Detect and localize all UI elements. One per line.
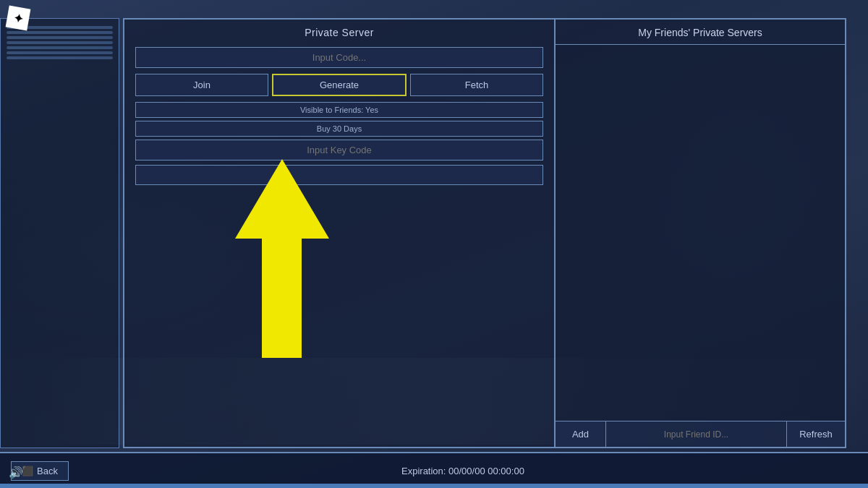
generate-button[interactable]: Generate [272, 74, 407, 96]
expiration-text: Expiration: 00/00/00 00:00:00 [69, 466, 857, 476]
friends-list-area [556, 45, 845, 421]
friends-bottom-bar: Add Refresh [556, 421, 845, 447]
input-code-field[interactable] [135, 47, 543, 68]
action-buttons-row: Join Generate Fetch [135, 74, 543, 96]
bottom-bar: ⬛ Back Expiration: 00/00/00 00:00:00 [0, 452, 868, 488]
fetch-button[interactable]: Fetch [410, 74, 543, 96]
arrow-annotation [224, 159, 340, 376]
buy-30-days-bar[interactable]: Buy 30 Days [135, 121, 543, 137]
visible-to-friends-bar: Visible to Friends: Yes [135, 102, 543, 118]
arrow-body [262, 231, 302, 358]
arrow-shape [235, 159, 329, 361]
left-side-decorations [1, 19, 119, 448]
input-key-code-field[interactable] [135, 140, 543, 160]
private-server-panel: Private Server Join Generate Fetch Visib… [124, 20, 556, 447]
friends-servers-title: My Friends' Private Servers [556, 20, 845, 45]
add-button[interactable]: Add [556, 421, 606, 447]
join-button[interactable]: Join [135, 74, 268, 96]
bottom-line [0, 484, 868, 488]
friends-servers-panel: My Friends' Private Servers Add Refresh [556, 20, 845, 447]
left-side-panel [0, 18, 119, 448]
friend-id-input[interactable] [606, 421, 787, 447]
roblox-icon: ✦ [6, 6, 31, 31]
back-icon: ⬛ [22, 466, 33, 476]
arrow-head [235, 159, 329, 239]
refresh-button[interactable]: Refresh [787, 421, 845, 447]
private-server-title: Private Server [135, 27, 543, 38]
sound-icon[interactable]: 🔊 [9, 466, 23, 479]
